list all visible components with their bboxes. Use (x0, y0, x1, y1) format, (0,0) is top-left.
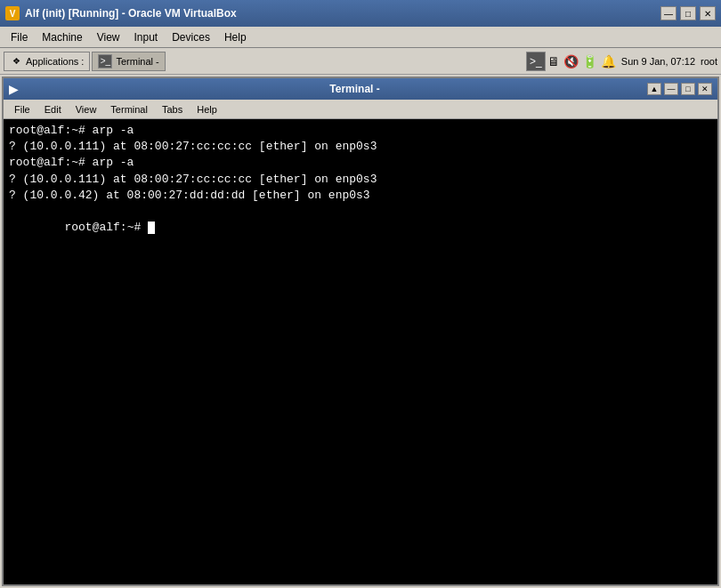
tray-icons: 🖥 🔇 🔋 🔔 (547, 54, 616, 68)
battery-icon: 🔋 (582, 54, 597, 68)
term-menu-edit[interactable]: Edit (37, 102, 69, 117)
terminal-taskbar-label: Terminal - (116, 56, 158, 67)
term-line-0: root@alf:~# arp -a (9, 123, 712, 139)
terminal-menu-bar: File Edit View Terminal Tabs Help (4, 100, 717, 119)
minimize-button[interactable]: — (660, 6, 676, 20)
maximize-button[interactable]: □ (680, 6, 696, 20)
term-menu-terminal[interactable]: Terminal (103, 102, 155, 117)
vbox-menu-bar: File Machine View Input Devices Help (0, 27, 721, 48)
term-menu-view[interactable]: View (69, 102, 104, 117)
vbox-title-bar: V Alf (init) [Running] - Oracle VM Virtu… (0, 0, 721, 27)
terminal-minimize-button[interactable]: — (664, 83, 678, 95)
menu-devices[interactable]: Devices (165, 29, 217, 45)
close-button[interactable]: ✕ (700, 6, 716, 20)
term-line-2: root@alf:~# arp -a (9, 155, 712, 171)
menu-help[interactable]: Help (217, 29, 254, 45)
term-line-4: ? (10.0.0.42) at 08:00:27:dd:dd:dd [ethe… (9, 188, 712, 204)
vbox-title-text: Alf (init) [Running] - Oracle VM Virtual… (25, 7, 237, 20)
terminal-prompt-icon: ▶ (9, 82, 19, 96)
terminal-up-button[interactable]: ▲ (647, 83, 661, 95)
toolbar-right: 🖥 🔇 🔋 🔔 Sun 9 Jan, 07:12 root (547, 54, 717, 68)
cmd-shortcut-icon[interactable]: >_ (526, 52, 546, 71)
applications-label: Applications : (26, 56, 84, 67)
clock: Sun 9 Jan, 07:12 (621, 56, 695, 67)
terminal-close-button[interactable]: ✕ (698, 83, 712, 95)
terminal-maximize-button[interactable]: □ (681, 83, 695, 95)
terminal-title-controls: ▲ — □ ✕ (647, 83, 712, 95)
term-menu-tabs[interactable]: Tabs (155, 102, 190, 117)
menu-view[interactable]: View (90, 29, 127, 45)
taskbar: ❖ Applications : >_ Terminal - >_ 🖥 🔇 🔋 … (0, 48, 721, 75)
applications-icon: ❖ (10, 55, 22, 68)
notification-icon: 🔔 (601, 54, 616, 68)
terminal-title-bar: ▶ Terminal - ▲ — □ ✕ (4, 78, 717, 100)
menu-input[interactable]: Input (127, 29, 166, 45)
terminal-icon: >_ (98, 54, 112, 68)
term-menu-help[interactable]: Help (190, 102, 224, 117)
term-line-5: root@alf:~# (9, 204, 712, 253)
applications-button[interactable]: ❖ Applications : (4, 52, 90, 71)
vbox-icon: V (5, 6, 20, 20)
menu-file[interactable]: File (4, 29, 35, 45)
term-menu-file[interactable]: File (7, 102, 37, 117)
title-bar-left: V Alf (init) [Running] - Oracle VM Virtu… (5, 6, 237, 20)
terminal-title-text: Terminal - (62, 83, 647, 95)
terminal-cursor (148, 222, 155, 234)
vbox-window: V Alf (init) [Running] - Oracle VM Virtu… (0, 0, 721, 588)
terminal-screen[interactable]: root@alf:~# arp -a ? (10.0.0.111) at 08:… (4, 119, 717, 584)
menu-machine[interactable]: Machine (35, 29, 89, 45)
logged-user: root (701, 56, 717, 67)
title-bar-controls: — □ ✕ (660, 6, 716, 20)
network-icon: 🖥 (547, 54, 560, 68)
volume-icon: 🔇 (563, 54, 579, 68)
term-line-3: ? (10.0.0.111) at 08:00:27:cc:cc:cc [eth… (9, 172, 712, 188)
terminal-taskbar-button[interactable]: >_ Terminal - (92, 52, 165, 71)
terminal-window: ▶ Terminal - ▲ — □ ✕ File Edit View Term… (2, 77, 719, 586)
term-line-1: ? (10.0.0.111) at 08:00:27:cc:cc:cc [eth… (9, 139, 712, 155)
